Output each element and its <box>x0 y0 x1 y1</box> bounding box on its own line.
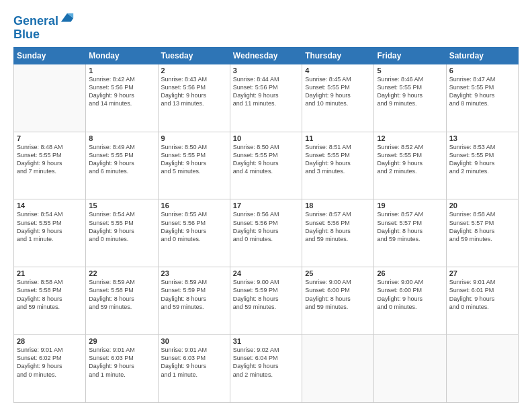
day-number: 21 <box>17 269 83 277</box>
weekday-header-sunday: Sunday <box>14 47 86 64</box>
day-number: 18 <box>305 201 371 210</box>
day-info: Sunrise: 8:54 AM Sunset: 5:55 PM Dayligh… <box>89 210 154 243</box>
day-info: Sunrise: 9:01 AM Sunset: 6:03 PM Dayligh… <box>89 346 154 379</box>
weekday-header-tuesday: Tuesday <box>158 47 230 64</box>
day-info: Sunrise: 9:01 AM Sunset: 6:01 PM Dayligh… <box>449 278 515 311</box>
calendar-cell: 26Sunrise: 9:00 AM Sunset: 6:00 PM Dayli… <box>374 267 446 335</box>
day-number: 28 <box>17 337 83 345</box>
day-info: Sunrise: 8:59 AM Sunset: 5:58 PM Dayligh… <box>89 278 154 311</box>
day-number: 27 <box>449 269 515 277</box>
calendar-cell: 28Sunrise: 9:01 AM Sunset: 6:02 PM Dayli… <box>14 335 86 403</box>
day-info: Sunrise: 9:00 AM Sunset: 5:59 PM Dayligh… <box>233 278 299 311</box>
calendar-cell: 21Sunrise: 8:58 AM Sunset: 5:58 PM Dayli… <box>14 267 86 335</box>
day-number: 9 <box>161 134 227 142</box>
day-number: 25 <box>305 269 371 277</box>
weekday-header-wednesday: Wednesday <box>230 47 302 64</box>
calendar-cell: 18Sunrise: 8:57 AM Sunset: 5:56 PM Dayli… <box>302 199 374 267</box>
day-info: Sunrise: 8:44 AM Sunset: 5:56 PM Dayligh… <box>233 75 299 108</box>
week-row-4: 21Sunrise: 8:58 AM Sunset: 5:58 PM Dayli… <box>14 267 519 335</box>
calendar-cell: 11Sunrise: 8:51 AM Sunset: 5:55 PM Dayli… <box>302 132 374 199</box>
day-number: 8 <box>89 134 154 142</box>
header: General Blue <box>13 12 519 40</box>
day-number: 29 <box>89 337 154 345</box>
week-row-3: 14Sunrise: 8:54 AM Sunset: 5:55 PM Dayli… <box>14 199 519 267</box>
day-number: 14 <box>17 201 83 210</box>
week-row-5: 28Sunrise: 9:01 AM Sunset: 6:02 PM Dayli… <box>14 335 519 403</box>
calendar-table: SundayMondayTuesdayWednesdayThursdayFrid… <box>13 47 519 403</box>
day-info: Sunrise: 9:01 AM Sunset: 6:03 PM Dayligh… <box>161 346 227 379</box>
day-info: Sunrise: 8:58 AM Sunset: 5:58 PM Dayligh… <box>17 278 83 311</box>
day-number: 19 <box>377 201 443 210</box>
calendar-cell: 20Sunrise: 8:58 AM Sunset: 5:57 PM Dayli… <box>446 199 518 267</box>
day-number: 6 <box>449 66 515 75</box>
day-number: 13 <box>449 134 515 142</box>
day-number: 7 <box>17 134 83 142</box>
day-number: 22 <box>89 269 154 277</box>
day-number: 17 <box>233 201 299 210</box>
weekday-header-monday: Monday <box>86 47 158 64</box>
day-number: 20 <box>449 201 515 210</box>
day-info: Sunrise: 8:45 AM Sunset: 5:55 PM Dayligh… <box>305 75 371 108</box>
calendar-cell: 23Sunrise: 8:59 AM Sunset: 5:59 PM Dayli… <box>158 267 230 335</box>
day-number: 23 <box>161 269 227 277</box>
day-number: 30 <box>161 337 227 345</box>
day-info: Sunrise: 8:57 AM Sunset: 5:56 PM Dayligh… <box>305 210 371 243</box>
day-number: 3 <box>233 66 299 75</box>
day-number: 12 <box>377 134 443 142</box>
logo: General Blue <box>13 15 75 40</box>
day-info: Sunrise: 8:47 AM Sunset: 5:55 PM Dayligh… <box>449 75 515 108</box>
calendar-cell: 6Sunrise: 8:47 AM Sunset: 5:55 PM Daylig… <box>446 64 518 132</box>
page: General Blue SundayMondayTuesdayWednesda… <box>0 0 532 411</box>
calendar-cell: 22Sunrise: 8:59 AM Sunset: 5:58 PM Dayli… <box>86 267 158 335</box>
calendar-cell: 17Sunrise: 8:56 AM Sunset: 5:56 PM Dayli… <box>230 199 302 267</box>
day-info: Sunrise: 8:52 AM Sunset: 5:55 PM Dayligh… <box>377 143 443 176</box>
day-info: Sunrise: 9:02 AM Sunset: 6:04 PM Dayligh… <box>233 346 299 379</box>
weekday-header-friday: Friday <box>374 47 446 64</box>
day-number: 26 <box>377 269 443 277</box>
day-number: 1 <box>89 66 154 75</box>
day-info: Sunrise: 8:53 AM Sunset: 5:55 PM Dayligh… <box>449 143 515 176</box>
day-number: 16 <box>161 201 227 210</box>
day-info: Sunrise: 8:51 AM Sunset: 5:55 PM Dayligh… <box>305 143 371 176</box>
calendar-cell: 7Sunrise: 8:48 AM Sunset: 5:55 PM Daylig… <box>14 132 86 199</box>
calendar-cell <box>374 335 446 403</box>
logo-icon <box>60 11 75 26</box>
week-row-2: 7Sunrise: 8:48 AM Sunset: 5:55 PM Daylig… <box>14 132 519 199</box>
logo-general: General <box>13 14 58 28</box>
weekday-header-saturday: Saturday <box>446 47 518 64</box>
day-number: 4 <box>305 66 371 75</box>
logo-text: General <box>13 15 58 28</box>
calendar-cell: 16Sunrise: 8:55 AM Sunset: 5:56 PM Dayli… <box>158 199 230 267</box>
day-info: Sunrise: 9:00 AM Sunset: 6:00 PM Dayligh… <box>305 278 371 311</box>
day-info: Sunrise: 8:56 AM Sunset: 5:56 PM Dayligh… <box>233 210 299 243</box>
day-info: Sunrise: 9:00 AM Sunset: 6:00 PM Dayligh… <box>377 278 443 311</box>
calendar-cell: 4Sunrise: 8:45 AM Sunset: 5:55 PM Daylig… <box>302 64 374 132</box>
calendar-cell: 14Sunrise: 8:54 AM Sunset: 5:55 PM Dayli… <box>14 199 86 267</box>
week-row-1: 1Sunrise: 8:42 AM Sunset: 5:56 PM Daylig… <box>14 64 519 132</box>
day-info: Sunrise: 8:49 AM Sunset: 5:55 PM Dayligh… <box>89 143 154 176</box>
calendar-cell: 24Sunrise: 9:00 AM Sunset: 5:59 PM Dayli… <box>230 267 302 335</box>
calendar-cell: 5Sunrise: 8:46 AM Sunset: 5:55 PM Daylig… <box>374 64 446 132</box>
calendar-cell: 12Sunrise: 8:52 AM Sunset: 5:55 PM Dayli… <box>374 132 446 199</box>
day-info: Sunrise: 8:58 AM Sunset: 5:57 PM Dayligh… <box>449 210 515 243</box>
weekday-header-thursday: Thursday <box>302 47 374 64</box>
day-number: 5 <box>377 66 443 75</box>
logo-blue: Blue <box>13 28 75 40</box>
weekday-header-row: SundayMondayTuesdayWednesdayThursdayFrid… <box>14 47 519 64</box>
calendar-cell: 9Sunrise: 8:50 AM Sunset: 5:55 PM Daylig… <box>158 132 230 199</box>
calendar-cell: 15Sunrise: 8:54 AM Sunset: 5:55 PM Dayli… <box>86 199 158 267</box>
day-number: 15 <box>89 201 154 210</box>
calendar-cell: 13Sunrise: 8:53 AM Sunset: 5:55 PM Dayli… <box>446 132 518 199</box>
day-info: Sunrise: 8:55 AM Sunset: 5:56 PM Dayligh… <box>161 210 227 243</box>
day-number: 24 <box>233 269 299 277</box>
calendar-cell: 3Sunrise: 8:44 AM Sunset: 5:56 PM Daylig… <box>230 64 302 132</box>
day-number: 10 <box>233 134 299 142</box>
calendar-cell: 30Sunrise: 9:01 AM Sunset: 6:03 PM Dayli… <box>158 335 230 403</box>
calendar-cell: 10Sunrise: 8:50 AM Sunset: 5:55 PM Dayli… <box>230 132 302 199</box>
day-info: Sunrise: 8:48 AM Sunset: 5:55 PM Dayligh… <box>17 143 83 176</box>
calendar-cell: 29Sunrise: 9:01 AM Sunset: 6:03 PM Dayli… <box>86 335 158 403</box>
day-info: Sunrise: 8:50 AM Sunset: 5:55 PM Dayligh… <box>233 143 299 176</box>
calendar-cell: 19Sunrise: 8:57 AM Sunset: 5:57 PM Dayli… <box>374 199 446 267</box>
day-info: Sunrise: 8:43 AM Sunset: 5:56 PM Dayligh… <box>161 75 227 108</box>
calendar-cell: 27Sunrise: 9:01 AM Sunset: 6:01 PM Dayli… <box>446 267 518 335</box>
